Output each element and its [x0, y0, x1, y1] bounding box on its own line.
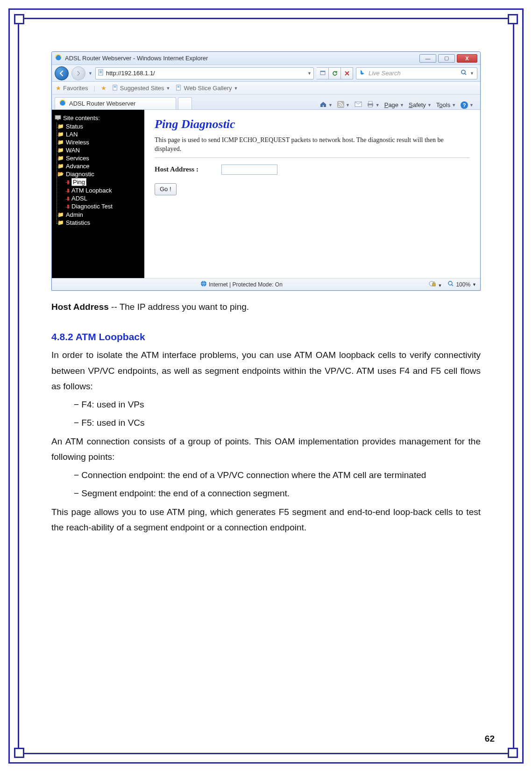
- sidebar-item-diagnostic[interactable]: 📂Diagnostic: [57, 171, 142, 178]
- bullet-seg-endpoint: − Segment endpoint: the end of a connect…: [74, 486, 481, 501]
- section-heading: 4.8.2 ATM Loopback: [51, 331, 481, 343]
- svg-rect-5: [113, 85, 117, 90]
- ie-logo-icon: [55, 54, 62, 63]
- search-box[interactable]: Live Search ▼: [356, 67, 477, 79]
- address-dropdown-icon[interactable]: ▼: [307, 71, 312, 76]
- page-icon: [98, 69, 104, 77]
- nav-bar: ▼ http://192.168.1.1/ ▼: [52, 65, 480, 82]
- computer-icon: [55, 115, 61, 122]
- home-icon: [319, 100, 327, 109]
- favorites-label: Favorites: [63, 85, 88, 92]
- sidebar-item-wan[interactable]: 📁WAN: [57, 147, 142, 154]
- window-minimize-button[interactable]: —: [419, 54, 436, 63]
- corner-tr: [508, 14, 518, 24]
- page-icon: [112, 85, 118, 92]
- document-body-text: Host Address -- The IP address you want …: [51, 299, 481, 535]
- sidebar-item-lan[interactable]: 📁LAN: [57, 131, 142, 138]
- favorites-bar: ★ Favorites | ★ Suggested Sites ▼ Web Sl…: [52, 82, 480, 95]
- svg-rect-3: [320, 71, 325, 72]
- host-address-input[interactable]: [221, 164, 277, 175]
- file-icon: ▮: [67, 195, 70, 201]
- feeds-button[interactable]: ▼: [337, 101, 350, 109]
- sidebar-item-status[interactable]: 📁Status: [57, 123, 142, 130]
- readmail-button[interactable]: [355, 101, 362, 109]
- folder-icon: 📁: [57, 139, 64, 145]
- star-icon: ★: [56, 85, 61, 92]
- page-icon: [176, 85, 182, 92]
- mail-icon: [355, 101, 362, 109]
- chevron-down-icon: ▼: [166, 86, 170, 91]
- sidebar-item-wireless[interactable]: 📁Wireless: [57, 139, 142, 146]
- svg-rect-1: [99, 70, 103, 75]
- page-body: Site contents: 📁Status 📁LAN 📁Wireless 📁W…: [52, 110, 480, 278]
- page-description: This page is used to send ICMP ECHO_REQU…: [155, 136, 470, 154]
- address-bar[interactable]: http://192.168.1.1/ ▼: [95, 67, 314, 79]
- compat-view-button[interactable]: [317, 67, 329, 79]
- security-zone-label: Internet | Protected Mode: On: [209, 281, 283, 288]
- main-content: Ping Diagnostic This page is used to sen…: [144, 110, 480, 278]
- home-button[interactable]: ▼: [319, 100, 333, 109]
- address-tools: [317, 67, 353, 79]
- printer-icon: [367, 100, 374, 109]
- sidebar-item-admin[interactable]: 📁Admin: [57, 211, 142, 218]
- print-button[interactable]: ▼: [367, 100, 380, 109]
- folder-icon: 📁: [57, 155, 64, 161]
- page-menu[interactable]: Page▼: [384, 101, 404, 108]
- refresh-button[interactable]: [329, 67, 341, 79]
- folder-open-icon: 📂: [57, 171, 64, 177]
- tools-menu[interactable]: Tools▼: [436, 101, 456, 108]
- para-3: This page allows you to use ATM ping, wh…: [51, 504, 481, 536]
- search-icon[interactable]: [461, 69, 467, 77]
- folder-icon: 📁: [57, 220, 64, 226]
- tab-active[interactable]: ADSL Router Webserver: [55, 97, 176, 109]
- protected-mode-icon[interactable]: ▼: [429, 280, 442, 288]
- globe-icon: [200, 280, 207, 288]
- go-button[interactable]: Go !: [155, 183, 177, 195]
- tab-bar: ADSL Router Webserver ▼ ▼: [52, 95, 480, 110]
- nav-forward-button[interactable]: [71, 66, 85, 80]
- ie-window: ADSL Router Webserver - Windows Internet…: [51, 51, 481, 291]
- host-address-note-strong: Host Address: [51, 302, 109, 312]
- favorites-button[interactable]: ★ Favorites: [56, 85, 88, 92]
- web-slice-link[interactable]: Web Slice Gallery ▼: [176, 85, 238, 92]
- sidebar-item-advance[interactable]: 📁Advance: [57, 163, 142, 170]
- bullet-conn-endpoint: − Connection endpoint: the end of a VP/V…: [74, 467, 481, 483]
- window-close-button[interactable]: X: [457, 54, 477, 63]
- svg-rect-15: [57, 119, 59, 120]
- svg-rect-14: [55, 115, 61, 119]
- stop-button[interactable]: [341, 67, 353, 79]
- add-favorite-button[interactable]: ★: [101, 85, 106, 92]
- sidebar-item-statistics[interactable]: 📁Statistics: [57, 219, 142, 226]
- host-address-note-rest: -- The IP address you want to ping.: [109, 302, 249, 312]
- corner-bl: [14, 748, 24, 758]
- ie-logo-icon: [59, 99, 66, 108]
- nav-back-button[interactable]: [55, 66, 69, 80]
- window-titlebar: ADSL Router Webserver - Windows Internet…: [52, 52, 480, 65]
- sidebar-item-atm-loopback[interactable]: ▮ATM Loopback: [67, 187, 142, 194]
- sidebar-item-services[interactable]: 📁Services: [57, 155, 142, 162]
- search-placeholder: Live Search: [369, 70, 458, 77]
- host-address-label: Host Address :: [155, 165, 220, 173]
- sidebar-item-ping[interactable]: ▮Ping: [67, 178, 142, 186]
- zoom-control[interactable]: 100% ▼: [447, 280, 476, 288]
- window-maximize-button[interactable]: ▢: [438, 54, 455, 63]
- bing-icon: [359, 69, 366, 77]
- web-slice-label: Web Slice Gallery: [184, 85, 232, 92]
- sidebar-item-adsl[interactable]: ▮ADSL: [67, 195, 142, 202]
- page-title: Ping Diagnostic: [155, 117, 470, 131]
- sidebar-header: Site contents:: [55, 114, 142, 122]
- help-button[interactable]: ?▼: [461, 101, 474, 109]
- svg-rect-18: [433, 284, 435, 286]
- host-address-note: Host Address -- The IP address you want …: [51, 299, 481, 315]
- sidebar-item-diagnostic-test[interactable]: ▮Diagnostic Test: [67, 203, 142, 210]
- new-tab-button[interactable]: [178, 97, 192, 109]
- svg-rect-6: [177, 85, 180, 90]
- safety-menu[interactable]: Safety▼: [409, 101, 432, 108]
- sidebar-header-label: Site contents:: [63, 114, 100, 122]
- suggested-sites-link[interactable]: Suggested Sites ▼: [112, 85, 170, 92]
- nav-history-dropdown-icon[interactable]: ▼: [88, 71, 92, 76]
- search-dropdown-icon[interactable]: ▼: [470, 71, 474, 76]
- star-plus-icon: ★: [101, 85, 106, 92]
- folder-icon: 📁: [57, 163, 64, 169]
- folder-icon: 📁: [57, 212, 64, 218]
